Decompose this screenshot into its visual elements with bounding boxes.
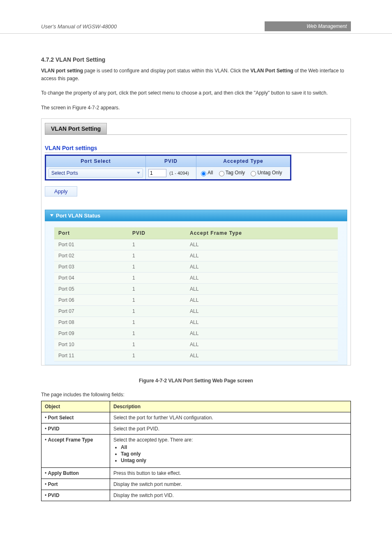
table-row: • PortDisplay the switch port number. [42, 479, 351, 490]
table-row: Port 021ALL [54, 250, 338, 261]
port-select-dropdown[interactable]: Select Ports [48, 169, 143, 178]
chevron-down-icon [137, 172, 140, 174]
col-port-select: Port Select [46, 155, 146, 166]
intro-bold-1: VLAN port setting [41, 68, 83, 74]
pvid-input[interactable] [148, 169, 166, 177]
table-row: Port 091ALL [54, 328, 338, 339]
table-row: • Accept Frame TypeSelect the accepted t… [42, 434, 351, 467]
table-row: • Port SelectSelect the port for further… [42, 412, 351, 423]
section-number: 4.7.2 VLAN Port Setting [41, 56, 351, 63]
desc-col-description: Description [110, 401, 351, 412]
table-row: Port 081ALL [54, 317, 338, 328]
table-row: Port 031ALL [54, 261, 338, 272]
table-row: • PVIDSelect the port PVID. [42, 423, 351, 434]
port-vlan-status-title: Port VLAN Status [56, 213, 100, 219]
table-row: Port 101ALL [54, 339, 338, 350]
intro-para-3: The screen in Figure 4-7-2 appears. [41, 104, 351, 112]
table-row: Port 111ALL [54, 350, 338, 361]
port-select-label: Select Ports [51, 170, 78, 176]
desc-intro: The page includes the following fields: [41, 392, 351, 398]
pvid-range: (1 - 4094) [169, 171, 189, 176]
col-pvid: PVID [146, 155, 196, 166]
status-col-aft: Accept Frame Type [186, 227, 338, 239]
table-row: • Apply ButtonPress this button to take … [42, 467, 351, 479]
table-row: Port 011ALL [54, 239, 338, 250]
radio-all[interactable]: All [199, 170, 213, 176]
settings-table: Port Select PVID Accepted Type Select Po… [45, 155, 291, 180]
figure-caption: Figure 4-7-2 VLAN Port Setting Web Page … [41, 378, 351, 384]
title-bar-label: VLAN Port Setting [45, 123, 107, 134]
status-table: Port PVID Accept Frame Type Port 011ALLP… [54, 227, 338, 361]
desc-col-object: Object [42, 401, 110, 412]
radio-untag-only[interactable]: Untag Only [249, 170, 282, 176]
apply-button[interactable]: Apply [45, 186, 77, 197]
status-col-port: Port [54, 227, 128, 239]
title-bar: VLAN Port Setting [45, 123, 347, 135]
accepted-type-radios: All Tag Only Untag Only [196, 166, 291, 180]
radio-tag-only[interactable]: Tag Only [217, 170, 245, 176]
embedded-screenshot: VLAN Port Setting VLAN Port settings Por… [41, 118, 351, 365]
port-vlan-status-header[interactable]: Port VLAN Status [45, 210, 347, 221]
intro-para-1: VLAN port setting page is used to config… [41, 67, 351, 83]
header-right: Web Management [265, 21, 351, 31]
description-table: Object Description • Port SelectSelect t… [41, 401, 351, 501]
status-col-pvid: PVID [128, 227, 186, 239]
intro-bold-2: VLAN Port Setting [251, 68, 293, 74]
table-row: • PVIDDisplay the switch port VID. [42, 490, 351, 501]
table-row: Port 041ALL [54, 272, 338, 283]
intro-para-2: To change the property of any port, clic… [41, 89, 351, 97]
table-row: Port 061ALL [54, 294, 338, 305]
table-row: Port 051ALL [54, 283, 338, 294]
page-header: User's Manual of WGSW-48000 Web Manageme… [0, 19, 392, 34]
vlan-port-settings-subhead: VLAN Port settings [45, 145, 347, 153]
col-accepted-type: Accepted Type [196, 155, 291, 166]
triangle-down-icon [50, 214, 53, 217]
header-left: User's Manual of WGSW-48000 [0, 23, 265, 30]
table-row: Port 071ALL [54, 305, 338, 317]
port-vlan-status-panel: Port VLAN Status Port PVID Accept Frame … [45, 210, 347, 365]
